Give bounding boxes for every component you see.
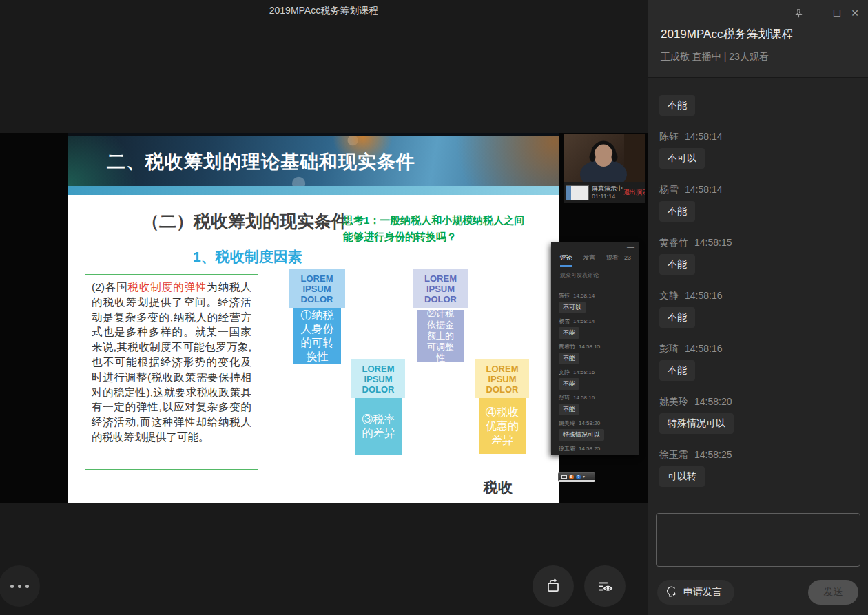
chat-bubble: 不能 <box>659 307 695 328</box>
viewer-list-icon <box>596 577 614 596</box>
chat-author: 文静 <box>659 290 679 301</box>
pin-icon[interactable] <box>794 8 804 19</box>
send-button[interactable]: 发送 <box>808 580 858 605</box>
more-dot <box>10 585 14 588</box>
presenter-silhouette <box>564 134 645 182</box>
room-title: 2019MPAcc税务筹划课程 <box>0 5 648 17</box>
mini-chat-author-time: 陈钰14:58:14 <box>559 292 632 300</box>
mini-chat-bubble: 不能 <box>559 378 579 390</box>
slide-banner: 二、税收筹划的理论基础和现实条件 <box>68 136 559 186</box>
chat-message: 杨雪14:58:14不能 <box>659 183 857 236</box>
capture-window-icon <box>561 475 567 479</box>
slide-card-label: ②计税依据金额上的可调整性 <box>417 310 464 362</box>
mini-chat-bubble: 不能 <box>559 404 579 415</box>
chat-bubble: 不可以 <box>659 148 705 169</box>
capture-help-icon: ? <box>576 475 581 479</box>
chat-message: 黄睿竹14:58:15不能 <box>659 236 857 289</box>
paragraph-highlight: 税收制度的弹性 <box>128 281 207 293</box>
slide-subsection-title: 1、税收制度因素 <box>193 247 302 267</box>
viewer-list-button[interactable] <box>584 565 626 607</box>
webcam-thumbnail[interactable] <box>564 134 645 182</box>
app-window: 2019MPAcc税务筹划课程 二、税收筹划的理论基础和现实条件 （二）税收筹划… <box>0 0 868 615</box>
slide-question-line1: 思考1：一般纳税人和小规模纳税人之间 <box>343 212 524 229</box>
slide-card-label: ③税率的差异 <box>355 398 402 455</box>
chat-author: 徐玉霜 <box>659 449 688 460</box>
chat-timestamp: 14:58:16 <box>685 343 723 354</box>
capture-record-icon: S <box>569 475 574 479</box>
slide-section-title: （二）税收筹划的现实条件 <box>142 210 349 233</box>
chat-author: 黄睿竹 <box>659 237 688 248</box>
mini-chat-author-time: 徐玉霜14:58:25 <box>559 445 632 452</box>
chat-bubble: 不能 <box>659 95 695 116</box>
stream-title: 2019MPAcc税务筹划课程 <box>661 26 793 42</box>
mini-chat-bubble: 不能 <box>559 353 579 364</box>
chat-author: 杨雪 <box>659 184 679 195</box>
stream-status-line: 王成敬 直播中 | 23人观看 <box>661 51 769 63</box>
switch-screen-icon <box>544 577 562 595</box>
share-elapsed-time: 01:11:14 <box>592 193 623 200</box>
chat-timestamp: 14:58:25 <box>694 449 732 460</box>
share-screen-thumbnail <box>566 185 589 200</box>
mini-chat-tab[interactable]: 发言 <box>583 253 595 267</box>
mini-chat-bubble: 不能 <box>559 327 579 339</box>
chat-timestamp: 14:58:20 <box>694 396 732 407</box>
maximize-icon[interactable]: ☐ <box>833 7 842 19</box>
more-options-button[interactable] <box>0 565 40 607</box>
mini-chat-author-time: 姚美玲14:58:20 <box>559 419 632 427</box>
chat-bubble: 可以转 <box>659 466 705 487</box>
mini-chat-author-time: 彭琦14:58:16 <box>559 394 632 402</box>
paragraph-rest: 为纳税人的税收筹划提供了空间。经济活动是复杂多变的,纳税人的经营方式也是多种多样… <box>92 281 251 443</box>
presentation-slide: 二、税收筹划的理论基础和现实条件 （二）税收筹划的现实条件 1、税收制度因素 思… <box>68 133 559 503</box>
chat-author: 彭琦 <box>659 343 679 354</box>
slide-banner-underline <box>68 186 559 195</box>
paragraph-prefix: (2)各国 <box>92 281 128 293</box>
chat-author: 姚美玲 <box>659 396 688 407</box>
chat-message: 姚美玲14:58:20特殊情况可以 <box>659 395 857 448</box>
mini-chat-tab[interactable]: 观看 · 23 <box>606 253 631 267</box>
video-player[interactable]: 二、税收筹划的理论基础和现实条件 （二）税收筹划的现实条件 1、税收制度因素 思… <box>0 133 648 503</box>
request-speak-label: 申请发言 <box>683 586 722 598</box>
chat-timestamp: 14:58:15 <box>694 237 732 248</box>
sidebar-header: — ☐ ✕ 2019MPAcc税务筹划课程 王成敬 直播中 | 23人观看 <box>648 0 868 78</box>
slide-footer-text: 税收 <box>484 478 513 497</box>
chat-timestamp: 14:58:16 <box>685 290 723 301</box>
capture-caret-icon: ▾ <box>583 475 585 479</box>
minimize-icon[interactable]: — <box>814 7 823 19</box>
chat-composer: 申请发言 发送 <box>648 505 868 615</box>
slide-banner-title: 二、税收筹划的理论基础和现实条件 <box>107 149 415 174</box>
exit-share-button[interactable]: 退出演示 <box>623 188 645 197</box>
slide-card-label: ①纳税人身份的可转换性 <box>293 308 341 364</box>
mini-chat-notice: 观众可发表评论 <box>551 267 639 282</box>
mini-chat-panel: — 评论发言观看 · 23 观众可发表评论 陈钰14:58:14不可以杨雪14:… <box>551 242 639 455</box>
close-icon[interactable]: ✕ <box>851 7 859 19</box>
mini-chat-minimize-icon[interactable]: — <box>627 242 634 251</box>
chat-bubble: 不能 <box>659 254 695 275</box>
chat-timestamp: 14:58:14 <box>685 184 723 195</box>
more-dot <box>25 585 29 588</box>
mini-chat-tab[interactable]: 评论 <box>560 253 572 267</box>
chat-input[interactable] <box>656 513 860 567</box>
chat-bubble: 不能 <box>659 201 695 222</box>
chat-timestamp: 14:58:14 <box>685 131 723 142</box>
slide-card-header: LOREM IPSUM DOLOR <box>289 269 345 308</box>
mini-chat-author-time: 黄睿竹14:58:15 <box>559 343 632 351</box>
slide-card-header: LOREM IPSUM DOLOR <box>475 359 529 398</box>
mini-chat-bubble: 不可以 <box>559 302 586 313</box>
share-status-label: 屏幕演示中 <box>592 185 623 193</box>
mini-chat-author-time: 杨雪14:58:14 <box>559 317 632 325</box>
main-stage: 2019MPAcc税务筹划课程 二、税收筹划的理论基础和现实条件 （二）税收筹划… <box>0 0 648 615</box>
slide-card-header: LOREM IPSUM DOLOR <box>413 269 468 308</box>
slide-paragraph-box: (2)各国税收制度的弹性为纳税人的税收筹划提供了空间。经济活动是复杂多变的,纳税… <box>85 274 258 470</box>
capture-toolbar[interactable]: S ? ▾ <box>558 472 595 482</box>
mini-chat-author-time: 文静14:58:16 <box>559 368 632 376</box>
slide-card-label: ④税收优惠的差异 <box>479 398 526 454</box>
chat-message: 徐玉霜14:58:25可以转 <box>659 448 857 501</box>
chat-author: 陈钰 <box>659 131 679 142</box>
mini-chat-tabs: 评论发言观看 · 23 <box>551 242 639 267</box>
slide-question: 思考1：一般纳税人和小规模纳税人之间 能够进行身份的转换吗？ <box>343 212 524 245</box>
chat-message-list[interactable]: 不能陈钰14:58:14不可以杨雪14:58:14不能黄睿竹14:58:15不能… <box>648 78 868 505</box>
more-dot <box>18 585 21 588</box>
chat-sidebar: — ☐ ✕ 2019MPAcc税务筹划课程 王成敬 直播中 | 23人观看 不能… <box>648 0 868 615</box>
request-speak-button[interactable]: 申请发言 <box>657 580 734 605</box>
switch-screen-button[interactable] <box>533 565 574 607</box>
